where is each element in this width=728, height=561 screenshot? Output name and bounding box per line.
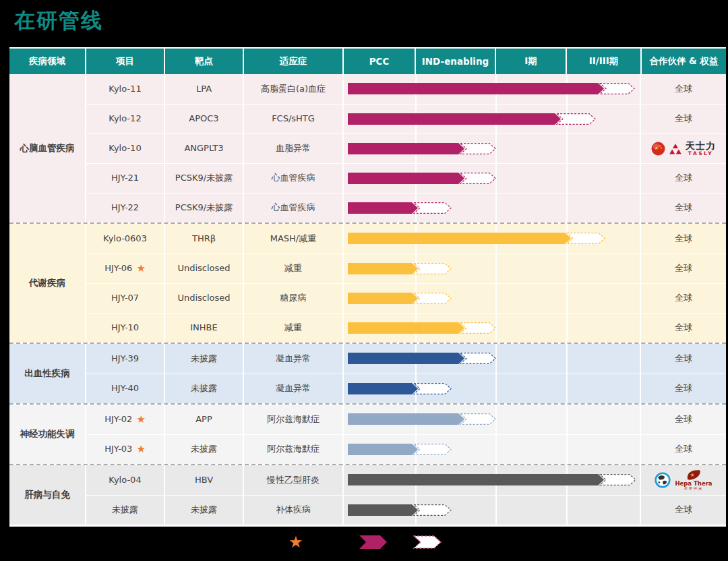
header-cell-8: 合作伙伴 & 权益: [642, 49, 726, 74]
phase-bar-zone: [344, 465, 641, 495]
header-cell-4: PCC: [344, 49, 416, 74]
indication-cell: 减重: [244, 254, 344, 283]
project-cell: HJY-40: [86, 374, 165, 403]
pipeline-row: HJY-10INHBE减重全球: [86, 313, 726, 343]
priority-star-icon: ★: [136, 444, 145, 454]
disease-area-label: 出血性疾病: [9, 344, 86, 403]
section-rows: Kylo-04HBV慢性乙型肝炎★Hepa Thera星曜神洲未披露未披露补体疾…: [86, 465, 726, 525]
partner-cell: 全球: [641, 435, 726, 464]
partner-global-label: 全球: [675, 293, 692, 303]
partner-global-label: 全球: [675, 84, 692, 94]
partner-global-label: 全球: [675, 444, 692, 454]
project-name: HJY-10: [111, 323, 139, 333]
partner-global-label: 全球: [675, 114, 692, 124]
pipeline-row: HJY-06★Undisclosed减重全球: [86, 254, 726, 283]
project-name: 未披露: [112, 505, 138, 515]
phase-bar-zone: [344, 224, 641, 254]
indication-cell: 凝血异常: [244, 374, 344, 403]
target-cell: APP: [165, 405, 244, 434]
target-cell: PCSK9/未披露: [165, 164, 244, 193]
page-title: 在研管线: [14, 7, 103, 35]
partner-cell: 全球: [641, 284, 726, 313]
china-flag-icon: ★: [651, 142, 665, 156]
header-cell-2: 靶点: [165, 49, 244, 74]
section-rows: HJY-39未披露凝血异常全球HJY-40未披露凝血异常全球: [86, 344, 726, 403]
legend-dashed-arrow-icon: [413, 531, 443, 553]
phase-bar-zone: [344, 405, 641, 434]
section-1: 心脑血管疾病Kylo-11LPA高脂蛋白(a)血症全球Kylo-12APOC3F…: [9, 74, 726, 223]
pipeline-row: HJY-21PCSK9/未披露心血管疾病全球: [86, 163, 726, 193]
phase-progress-bar: [344, 413, 641, 425]
target-cell: APOC3: [165, 105, 244, 134]
header-cell-5: IND-enabling: [416, 49, 496, 74]
phase-progress-bar: [344, 474, 641, 485]
hepathera-partner-logo: ★Hepa Thera星曜神洲: [655, 469, 712, 490]
section-rows: Kylo-0603THRβMASH/减重全球HJY-06★Undisclosed…: [86, 224, 726, 343]
project-name: Kylo-0603: [103, 234, 147, 244]
phase-bar-zone: [344, 344, 641, 374]
indication-cell: 慢性乙型肝炎: [244, 465, 344, 495]
globe-icon: [655, 472, 671, 488]
project-cell: HJY-03★: [86, 435, 165, 464]
phase-progress-bar: [344, 83, 641, 94]
target-cell: ANGPLT3: [165, 134, 244, 163]
header-cell-0: 疾病领域: [9, 49, 86, 74]
priority-star-icon: ★: [136, 264, 145, 274]
project-cell: Kylo-10: [86, 134, 165, 163]
indication-cell: MASH/减重: [244, 224, 344, 254]
target-cell: Undisclosed: [165, 284, 244, 313]
phase-bar-zone: [344, 374, 641, 403]
phase-progress-bar: [344, 444, 641, 455]
tasly-logo-text: 天士力TASLY: [686, 141, 716, 156]
target-cell: Undisclosed: [165, 254, 244, 283]
table-header-row: 疾病领域项目靶点适应症PCCIND-enablingI期II/III期合作伙伴 …: [9, 49, 726, 74]
partner-cell: 全球: [641, 405, 726, 434]
partner-cell: 全球: [641, 496, 726, 525]
project-cell: HJY-21: [86, 164, 165, 193]
phase-bar-zone: [344, 254, 641, 283]
header-cell-7: II/III期: [567, 49, 642, 74]
phase-bar-zone: [344, 435, 641, 464]
section-4: 神经功能失调HJY-02★APP阿尔兹海默症全球HJY-03★未披露阿尔兹海默症…: [9, 403, 726, 464]
target-cell: 未披露: [165, 435, 244, 464]
pipeline-row: HJY-03★未披露阿尔兹海默症全球: [86, 434, 726, 464]
partner-cell: ★天士力TASLY: [641, 134, 726, 163]
target-cell: HBV: [165, 465, 244, 495]
project-name: Kylo-10: [109, 144, 141, 154]
phase-progress-bar: [344, 173, 641, 184]
indication-cell: 阿尔兹海默症: [244, 435, 344, 464]
phase-progress-bar: [344, 143, 641, 154]
indication-cell: 减重: [244, 314, 344, 343]
project-cell: Kylo-0603: [86, 224, 165, 254]
pipeline-row: HJY-40未披露凝血异常全球: [86, 374, 726, 403]
project-cell: Kylo-11: [86, 74, 165, 104]
partner-cell: 全球: [641, 164, 726, 193]
phase-bar-zone: [344, 74, 641, 104]
project-cell: Kylo-04: [86, 465, 165, 495]
section-2: 代谢疾病Kylo-0603THRβMASH/减重全球HJY-06★Undiscl…: [9, 223, 726, 343]
target-cell: 未披露: [165, 496, 244, 525]
legend: ★: [0, 531, 728, 553]
svg-text:★: ★: [690, 472, 694, 478]
partner-cell: 全球: [641, 254, 726, 283]
partner-global-label: 全球: [675, 203, 692, 213]
indication-cell: 血脂异常: [244, 134, 344, 163]
project-name: HJY-07: [111, 293, 139, 303]
phase-progress-bar: [344, 353, 641, 364]
target-cell: PCSK9/未披露: [165, 194, 244, 223]
tasly-name-en: TASLY: [688, 151, 713, 156]
target-cell: THRβ: [165, 224, 244, 254]
phase-progress-bar: [344, 113, 641, 125]
header-cell-6: I期: [496, 49, 567, 74]
partner-global-label: 全球: [675, 505, 692, 515]
pipeline-row: Kylo-04HBV慢性乙型肝炎★Hepa Thera星曜神洲: [86, 465, 726, 495]
partner-global-label: 全球: [675, 173, 692, 183]
phase-bar-zone: [344, 194, 641, 223]
indication-cell: 凝血异常: [244, 344, 344, 374]
disease-area-label: 心脑血管疾病: [9, 74, 86, 223]
project-cell: HJY-39: [86, 344, 165, 374]
pipeline-row: 未披露未披露补体疾病全球: [86, 495, 726, 525]
project-cell: 未披露: [86, 496, 165, 525]
pipeline-row: Kylo-11LPA高脂蛋白(a)血症全球: [86, 74, 726, 104]
project-name: HJY-21: [111, 173, 139, 183]
